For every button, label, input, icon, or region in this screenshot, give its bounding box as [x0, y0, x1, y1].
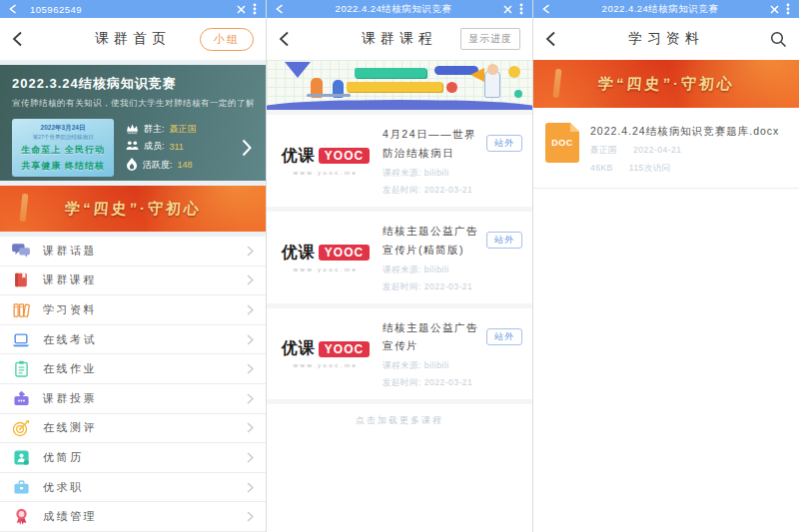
file-name: 2022.4.24结核病知识竞赛题库.docx [590, 125, 787, 139]
close-icon[interactable] [503, 5, 512, 14]
course-source-label: 课程来源: [383, 168, 421, 178]
menu-item-job-search[interactable]: 优求职 [0, 473, 266, 503]
course-list: 优课YOOC www.yooc.me 4月24日——世界防治结核病日 站外 课程… [267, 110, 532, 440]
yooc-logo: 优课YOOC www.yooc.me [277, 230, 375, 285]
ad-banner-text: 学“四史”·守初心 [597, 75, 736, 94]
course-source: bilibili [424, 265, 449, 274]
ad-banner-four-history[interactable]: 学“四史”·守初心 [0, 186, 266, 232]
group-subtitle: 宣传肺结核的有关知识，使我们大学生对肺结核有一定的了解，… [12, 98, 254, 110]
back-icon[interactable] [542, 4, 550, 14]
laptop-icon [12, 330, 30, 348]
ballot-box-icon [12, 389, 30, 407]
app-header: 学习资料 [533, 18, 799, 60]
menu-item-resume[interactable]: 优简历 [0, 443, 266, 473]
course-card[interactable]: 优课YOOC www.yooc.me 结核主题公益广告宣传片 站外 课程来源: … [267, 308, 532, 400]
chevron-right-icon [247, 334, 254, 345]
menu-item-voting[interactable]: 课群投票 [0, 384, 266, 414]
ad-banner-four-history[interactable]: 学“四史”·守初心 [533, 60, 799, 108]
course-source-label: 课程来源: [383, 360, 421, 370]
menu-label: 优简历 [43, 450, 84, 465]
banner-chevron-right-icon[interactable] [242, 139, 254, 157]
external-badge: 站外 [486, 135, 522, 152]
more-options-icon[interactable] [253, 3, 257, 15]
yooc-logo-url: www.yooc.me [294, 170, 359, 176]
close-icon[interactable] [770, 5, 779, 14]
menu-item-online-exam[interactable]: 在线考试 [0, 325, 266, 355]
external-badge: 站外 [486, 232, 522, 249]
target-dart-icon [12, 419, 30, 437]
chat-bubbles-icon [12, 242, 30, 260]
menu-item-courses[interactable]: 课群课程 [0, 266, 266, 296]
show-progress-button[interactable]: 显示进度 [460, 28, 520, 50]
cover-slogan-1: 生命至上 全民行动 [16, 144, 110, 157]
statusbar-title: 2022.4.24结核病知识竞赛 [557, 3, 763, 16]
decor-wave [267, 100, 532, 110]
course-card[interactable]: 优课YOOC www.yooc.me 结核主题公益广告宣传片(精简版) 站外 课… [267, 212, 532, 303]
statusbar-title: 105962549 [24, 4, 230, 15]
course-time-label: 发起时间: [383, 185, 421, 195]
medal-icon [12, 508, 30, 526]
back-chevron-icon[interactable] [279, 31, 290, 47]
more-options-icon[interactable] [519, 3, 523, 15]
members-icon [126, 140, 139, 153]
group-banner[interactable]: 2022.3.24结核病知识竞赛 宣传肺结核的有关知识，使我们大学生对肺结核有一… [0, 65, 266, 181]
menu-item-grades[interactable]: 成绩管理 [0, 502, 266, 532]
close-icon[interactable] [237, 5, 246, 14]
chevron-right-icon [247, 363, 254, 374]
members-count: 311 [170, 142, 184, 152]
group-button[interactable]: 小组 [200, 28, 254, 51]
statusbar-title: 2022.4.24结核病知识竞赛 [291, 3, 496, 16]
back-icon[interactable] [9, 4, 17, 14]
page-title: 课群课程 [317, 30, 482, 48]
back-chevron-icon[interactable] [12, 31, 23, 47]
menu-label: 学习资料 [43, 302, 97, 317]
statusbar: 2022.4.24结核病知识竞赛 [267, 0, 532, 18]
file-list-item[interactable]: DOC 2022.4.24结核病知识竞赛题库.docx 聂正国 2022-04-… [533, 108, 799, 189]
yooc-logo-cn: 优课 [282, 338, 316, 359]
owner-name: 聂正国 [170, 123, 197, 136]
cover-date: 2022年3月24日 [16, 124, 110, 133]
id-card-icon [12, 448, 30, 466]
back-icon[interactable] [276, 4, 284, 14]
yooc-logo-cn: 优课 [282, 243, 316, 264]
panel-courses: 2022.4.24结核病知识竞赛 课群课程 显示进度 优课YOOC www.yo… [267, 0, 532, 532]
course-title: 4月24日——世界防治结核病日 [383, 125, 481, 163]
doc-file-type: DOC [551, 138, 573, 148]
promo-banner-illustration[interactable] [267, 60, 532, 110]
decor-doctor-head [487, 64, 498, 75]
course-time: 2022-03-21 [424, 185, 472, 195]
activity-label: 活跃度: [143, 159, 173, 172]
members-label: 成员: [144, 140, 165, 153]
load-more-button[interactable]: 点击加载更多课程 [267, 404, 532, 440]
page-title: 课群首页 [50, 30, 216, 48]
file-size: 46KB [590, 163, 613, 175]
yooc-logo-url: www.yooc.me [294, 362, 359, 368]
cover-subtitle: 第27个世界防治结核病日 [16, 134, 110, 141]
course-source: bilibili [424, 360, 449, 370]
menu-label: 成绩管理 [43, 509, 97, 524]
chevron-right-icon [247, 422, 254, 433]
course-time: 2022-03-21 [424, 377, 472, 387]
course-time: 2022-03-21 [424, 281, 472, 291]
briefcase-icon [12, 478, 30, 496]
yooc-logo-url: www.yooc.me [294, 266, 359, 272]
course-time-label: 发起时间: [383, 281, 421, 291]
yooc-logo-en: YOOC [319, 148, 370, 164]
home-menu: 课群话题 课群课程 学习资料 在线考试 在线作业 课群投票 [0, 237, 266, 532]
statusbar: 2022.4.24结核病知识竞赛 [533, 0, 799, 18]
owner-label: 群主: [144, 123, 165, 136]
course-card[interactable]: 优课YOOC www.yooc.me 4月24日——世界防治结核病日 站外 课程… [267, 115, 532, 207]
menu-item-online-homework[interactable]: 在线作业 [0, 354, 266, 384]
more-options-icon[interactable] [786, 3, 790, 15]
menu-label: 在线考试 [43, 332, 97, 347]
back-chevron-icon[interactable] [545, 31, 556, 47]
search-icon[interactable] [770, 31, 787, 48]
course-title: 结核主题公益广告宣传片(精简版) [383, 222, 481, 260]
cover-slogan-2: 共享健康 终结结核 [16, 160, 110, 173]
menu-item-materials[interactable]: 学习资料 [0, 295, 266, 325]
external-badge: 站外 [486, 328, 522, 345]
menu-item-topics[interactable]: 课群话题 [0, 237, 266, 266]
group-title: 2022.3.24结核病知识竞赛 [12, 75, 254, 93]
menu-item-assessment[interactable]: 在线测评 [0, 414, 266, 444]
decor-circle [508, 66, 520, 78]
